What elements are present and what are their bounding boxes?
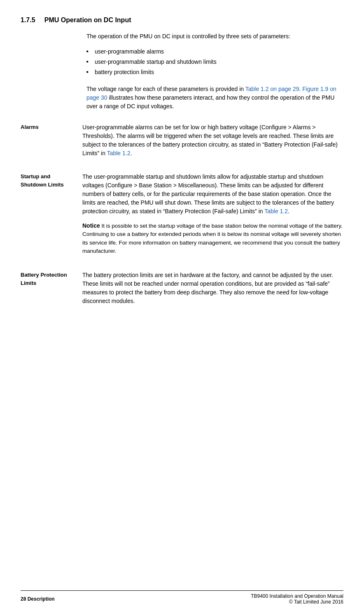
startup-body1-end: . [288,208,289,214]
section-title: PMU Operation on DC Input [44,16,131,23]
startup-body: The user-programmable startup and shutdo… [82,172,343,261]
list-item: user-programmable startup and shutdown l… [86,58,343,66]
list-item: battery protection limits [86,68,343,77]
intro-p2-start: The voltage range for each of these para… [86,86,245,92]
alarms-section: Alarms User-programmable alarms can be s… [21,123,343,163]
intro-paragraph-2: The voltage range for each of these para… [86,85,343,111]
notice-label: Notice [82,222,100,229]
startup-term-line2: Shutdown Limits [21,182,64,188]
alarms-text: User-programmable alarms can be set for … [82,123,343,158]
battery-term-line2: Limits [21,280,36,286]
footer-right: TB9400 Installation and Operation Manual… [251,593,343,605]
startup-text: The user-programmable startup and shutdo… [82,172,343,216]
battery-text: The battery protection limits are set in… [82,271,343,305]
startup-term: Startup and Shutdown Limits [21,172,82,261]
section-number: 1.7.5 [21,16,35,23]
battery-section: Battery Protection Limits The battery pr… [21,271,343,310]
bullet-list: user-programmable alarms user-programmab… [86,47,343,78]
list-item: user-programmable alarms [86,47,343,56]
notice-block: Notice It is possible to set the startup… [82,221,343,255]
footer-left: 28 Description [21,596,55,602]
notice-text: It is possible to set the startup voltag… [82,223,343,254]
footer-right-line1: TB9400 Installation and Operation Manual [251,593,343,599]
section-heading: 1.7.5 PMU Operation on DC Input [21,16,343,24]
startup-term-line1: Startup and [21,173,50,179]
battery-body: The battery protection limits are set in… [82,271,343,310]
startup-body1: The user-programmable startup and shutdo… [82,173,334,214]
alarms-body-end: . [130,150,132,156]
startup-section: Startup and Shutdown Limits The user-pro… [21,172,343,261]
alarms-term: Alarms [21,123,82,163]
alarms-body: User-programmable alarms can be set for … [82,123,343,163]
table-link-1[interactable]: Table 1.2 on page 29 [245,86,299,92]
footer: 28 Description TB9400 Installation and O… [21,590,343,605]
battery-term-line1: Battery Protection [21,272,67,278]
page: 1.7.5 PMU Operation on DC Input The oper… [0,0,364,613]
footer-right-line2: © Tait Limited June 2016 [251,599,343,605]
startup-table-link[interactable]: Table 1.2 [264,208,288,214]
alarms-table-link[interactable]: Table 1.2 [107,150,131,156]
intro-p2-end: illustrates how these parameters interac… [86,94,334,110]
content-area: The operation of the PMU on DC input is … [21,32,343,320]
battery-term: Battery Protection Limits [21,271,82,310]
intro-paragraph-1: The operation of the PMU on DC input is … [86,32,343,41]
